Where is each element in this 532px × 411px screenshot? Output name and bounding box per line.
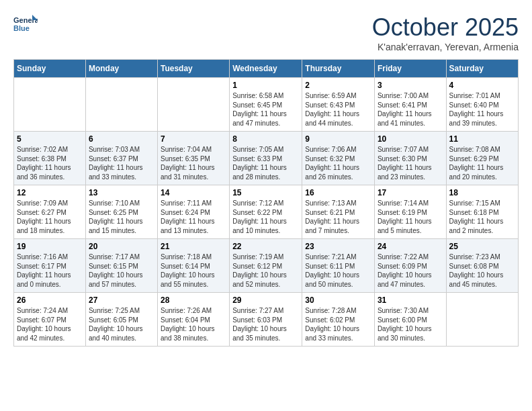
- day-info: Sunrise: 7:07 AM Sunset: 6:30 PM Dayligh…: [378, 145, 443, 181]
- day-info: Sunrise: 7:11 AM Sunset: 6:24 PM Dayligh…: [161, 199, 226, 235]
- day-info: Sunrise: 7:16 AM Sunset: 6:17 PM Dayligh…: [17, 253, 83, 289]
- week-row-5: 26Sunrise: 7:24 AM Sunset: 6:07 PM Dayli…: [14, 293, 519, 347]
- day-info: Sunrise: 7:08 AM Sunset: 6:29 PM Dayligh…: [449, 145, 515, 181]
- logo: General Blue: [13, 13, 38, 34]
- calendar-cell: 16Sunrise: 7:13 AM Sunset: 6:21 PM Dayli…: [302, 185, 375, 239]
- location-subtitle: K'anak'erravan, Yerevan, Armenia: [372, 42, 519, 52]
- day-number: 5: [17, 134, 83, 144]
- day-header-sunday: Sunday: [14, 60, 86, 78]
- week-row-4: 19Sunrise: 7:16 AM Sunset: 6:17 PM Dayli…: [14, 239, 519, 293]
- day-number: 23: [305, 242, 371, 251]
- calendar-cell: 8Sunrise: 7:05 AM Sunset: 6:33 PM Daylig…: [230, 132, 302, 185]
- week-row-1: 1Sunrise: 6:58 AM Sunset: 6:45 PM Daylig…: [14, 78, 519, 132]
- day-number: 3: [378, 81, 443, 90]
- calendar-cell: 28Sunrise: 7:26 AM Sunset: 6:04 PM Dayli…: [158, 293, 230, 347]
- calendar-cell: 21Sunrise: 7:18 AM Sunset: 6:14 PM Dayli…: [158, 239, 230, 293]
- day-number: 14: [161, 188, 226, 197]
- days-header-row: SundayMondayTuesdayWednesdayThursdayFrid…: [14, 60, 519, 78]
- day-number: 10: [378, 134, 443, 144]
- calendar-cell: 24Sunrise: 7:22 AM Sunset: 6:09 PM Dayli…: [374, 239, 446, 293]
- calendar-cell: 18Sunrise: 7:15 AM Sunset: 6:18 PM Dayli…: [446, 185, 518, 239]
- calendar-cell: [85, 78, 157, 132]
- day-number: 7: [161, 134, 226, 144]
- day-number: 21: [161, 242, 226, 251]
- day-info: Sunrise: 7:06 AM Sunset: 6:32 PM Dayligh…: [305, 145, 371, 181]
- calendar-cell: 19Sunrise: 7:16 AM Sunset: 6:17 PM Dayli…: [14, 239, 86, 293]
- day-number: 2: [305, 81, 371, 90]
- day-number: 19: [17, 242, 83, 251]
- svg-text:Blue: Blue: [13, 24, 30, 32]
- day-number: 11: [449, 134, 515, 144]
- day-info: Sunrise: 7:23 AM Sunset: 6:08 PM Dayligh…: [449, 253, 515, 289]
- day-info: Sunrise: 7:13 AM Sunset: 6:21 PM Dayligh…: [305, 199, 371, 235]
- calendar-cell: 31Sunrise: 7:30 AM Sunset: 6:00 PM Dayli…: [374, 293, 446, 347]
- calendar-cell: 15Sunrise: 7:12 AM Sunset: 6:22 PM Dayli…: [230, 185, 302, 239]
- calendar-cell: 7Sunrise: 7:04 AM Sunset: 6:35 PM Daylig…: [158, 132, 230, 185]
- day-number: 26: [17, 295, 83, 305]
- calendar-cell: 9Sunrise: 7:06 AM Sunset: 6:32 PM Daylig…: [302, 132, 375, 185]
- day-info: Sunrise: 7:02 AM Sunset: 6:38 PM Dayligh…: [17, 145, 83, 181]
- day-number: 28: [161, 295, 226, 305]
- calendar-cell: 1Sunrise: 6:58 AM Sunset: 6:45 PM Daylig…: [230, 78, 302, 132]
- day-info: Sunrise: 6:59 AM Sunset: 6:43 PM Dayligh…: [305, 91, 371, 128]
- calendar-cell: [158, 78, 230, 132]
- day-info: Sunrise: 7:22 AM Sunset: 6:09 PM Dayligh…: [378, 253, 443, 289]
- day-number: 8: [232, 134, 299, 144]
- day-info: Sunrise: 7:01 AM Sunset: 6:40 PM Dayligh…: [449, 91, 515, 128]
- day-header-monday: Monday: [85, 60, 157, 78]
- day-number: 1: [232, 81, 299, 90]
- day-info: Sunrise: 6:58 AM Sunset: 6:45 PM Dayligh…: [232, 91, 299, 128]
- day-number: 9: [305, 134, 371, 144]
- calendar-table: SundayMondayTuesdayWednesdayThursdayFrid…: [13, 59, 519, 347]
- day-info: Sunrise: 7:00 AM Sunset: 6:41 PM Dayligh…: [378, 91, 443, 128]
- calendar-cell: 26Sunrise: 7:24 AM Sunset: 6:07 PM Dayli…: [14, 293, 86, 347]
- day-info: Sunrise: 7:30 AM Sunset: 6:00 PM Dayligh…: [378, 306, 443, 342]
- day-info: Sunrise: 7:17 AM Sunset: 6:15 PM Dayligh…: [89, 253, 154, 289]
- calendar-cell: 4Sunrise: 7:01 AM Sunset: 6:40 PM Daylig…: [446, 78, 518, 132]
- day-number: 30: [305, 295, 371, 305]
- day-info: Sunrise: 7:27 AM Sunset: 6:03 PM Dayligh…: [232, 306, 299, 342]
- day-header-tuesday: Tuesday: [158, 60, 230, 78]
- day-number: 20: [89, 242, 154, 251]
- day-info: Sunrise: 7:10 AM Sunset: 6:25 PM Dayligh…: [89, 199, 154, 235]
- calendar-cell: 27Sunrise: 7:25 AM Sunset: 6:05 PM Dayli…: [85, 293, 157, 347]
- day-number: 12: [17, 188, 83, 197]
- day-info: Sunrise: 7:26 AM Sunset: 6:04 PM Dayligh…: [161, 306, 226, 342]
- day-info: Sunrise: 7:21 AM Sunset: 6:11 PM Dayligh…: [305, 253, 371, 289]
- title-section: October 2025 K'anak'erravan, Yerevan, Ar…: [372, 13, 519, 52]
- calendar-cell: 10Sunrise: 7:07 AM Sunset: 6:30 PM Dayli…: [374, 132, 446, 185]
- day-number: 16: [305, 188, 371, 197]
- day-header-saturday: Saturday: [446, 60, 518, 78]
- calendar-cell: [446, 293, 518, 347]
- day-info: Sunrise: 7:05 AM Sunset: 6:33 PM Dayligh…: [232, 145, 299, 181]
- calendar-cell: 11Sunrise: 7:08 AM Sunset: 6:29 PM Dayli…: [446, 132, 518, 185]
- calendar-cell: 5Sunrise: 7:02 AM Sunset: 6:38 PM Daylig…: [14, 132, 86, 185]
- week-row-2: 5Sunrise: 7:02 AM Sunset: 6:38 PM Daylig…: [14, 132, 519, 185]
- day-number: 29: [232, 295, 299, 305]
- day-info: Sunrise: 7:24 AM Sunset: 6:07 PM Dayligh…: [17, 306, 83, 342]
- calendar-cell: 13Sunrise: 7:10 AM Sunset: 6:25 PM Dayli…: [85, 185, 157, 239]
- day-number: 22: [232, 242, 299, 251]
- calendar-cell: 25Sunrise: 7:23 AM Sunset: 6:08 PM Dayli…: [446, 239, 518, 293]
- day-number: 17: [378, 188, 443, 197]
- day-info: Sunrise: 7:04 AM Sunset: 6:35 PM Dayligh…: [161, 145, 226, 181]
- day-info: Sunrise: 7:19 AM Sunset: 6:12 PM Dayligh…: [232, 253, 299, 289]
- calendar-cell: 2Sunrise: 6:59 AM Sunset: 6:43 PM Daylig…: [302, 78, 375, 132]
- day-info: Sunrise: 7:09 AM Sunset: 6:27 PM Dayligh…: [17, 199, 83, 235]
- calendar-cell: 30Sunrise: 7:28 AM Sunset: 6:02 PM Dayli…: [302, 293, 375, 347]
- logo-icon: General Blue: [13, 13, 38, 34]
- calendar-cell: 14Sunrise: 7:11 AM Sunset: 6:24 PM Dayli…: [158, 185, 230, 239]
- week-row-3: 12Sunrise: 7:09 AM Sunset: 6:27 PM Dayli…: [14, 185, 519, 239]
- day-info: Sunrise: 7:14 AM Sunset: 6:19 PM Dayligh…: [378, 199, 443, 235]
- day-number: 13: [89, 188, 154, 197]
- day-number: 6: [89, 134, 154, 144]
- day-header-wednesday: Wednesday: [230, 60, 302, 78]
- day-number: 24: [378, 242, 443, 251]
- calendar-cell: 20Sunrise: 7:17 AM Sunset: 6:15 PM Dayli…: [85, 239, 157, 293]
- calendar-cell: [14, 78, 86, 132]
- day-number: 25: [449, 242, 515, 251]
- month-title: October 2025: [372, 13, 519, 42]
- day-info: Sunrise: 7:28 AM Sunset: 6:02 PM Dayligh…: [305, 306, 371, 342]
- day-info: Sunrise: 7:25 AM Sunset: 6:05 PM Dayligh…: [89, 306, 154, 342]
- calendar-cell: 6Sunrise: 7:03 AM Sunset: 6:37 PM Daylig…: [85, 132, 157, 185]
